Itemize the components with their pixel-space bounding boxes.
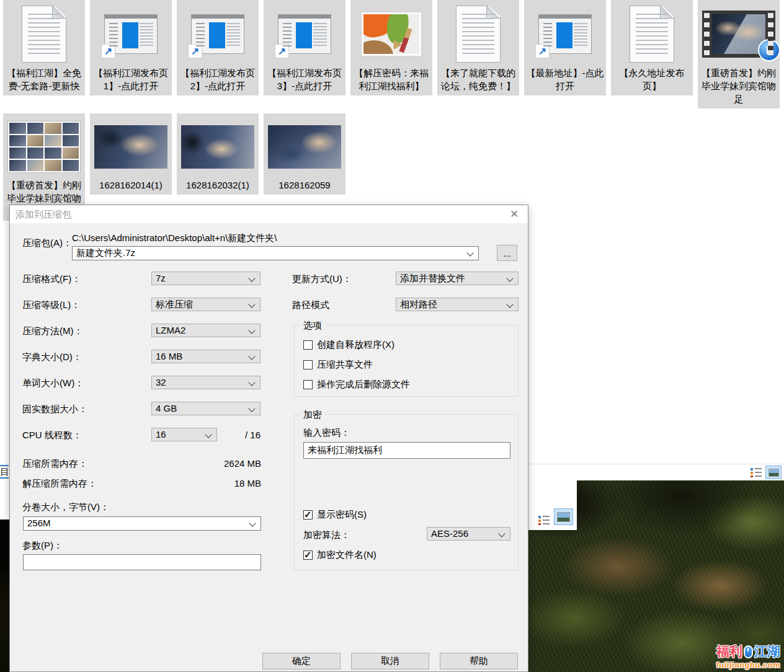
video-contact-sheet-icon [7, 117, 81, 177]
archive-path: C:\Users\Administrator\Desktop\alt+n\新建文… [72, 232, 277, 244]
cpu-threads-max: / 16 [227, 430, 261, 440]
archive-name-combobox[interactable]: 新建文件夹.7z [72, 246, 479, 260]
explorer-statusbar-corner [528, 480, 577, 530]
compress-shared-checkbox-row[interactable]: 压缩共享文件 [303, 359, 373, 371]
dialog-titlebar[interactable]: 添加到压缩包 ✕ [10, 205, 528, 223]
photo-thumbnail [94, 117, 167, 177]
shortcut-arrow-icon: ↗ [275, 44, 289, 58]
solid-size-combobox[interactable]: 4 GB [151, 402, 261, 415]
shortcut-arrow-icon: ↗ [101, 44, 115, 58]
memory-compress-label: 压缩所需内存： [22, 458, 87, 470]
play-overlay-icon [758, 39, 780, 61]
level-combobox[interactable]: 标准压缩 [151, 298, 261, 311]
icon-label: 【重磅首发】约刚毕业学妹到宾馆吻足 [700, 66, 778, 105]
compress-shared-checkbox[interactable] [303, 360, 313, 369]
watermark-text-left: 福利 [716, 643, 742, 660]
desktop-icon-text-file[interactable]: 【来了就能下载的论坛，纯免费！】 [437, 0, 519, 95]
create-sfx-checkbox[interactable] [303, 340, 313, 350]
desktop-icon-photo[interactable]: 1628162014(1) [90, 113, 172, 195]
compress-shared-label: 压缩共享文件 [317, 359, 373, 371]
desktop-icon-text-file[interactable]: 【福利江湖】全免费-无套路-更新快 [3, 0, 85, 95]
text-file-icon [630, 4, 674, 64]
update-mode-combobox[interactable]: 添加并替换文件 [396, 272, 519, 285]
encrypt-filenames-label: 加密文件名(N) [317, 549, 376, 561]
encryption-group-title: 加密 [300, 409, 325, 421]
password-input[interactable]: 来福利江湖找福利 [303, 442, 510, 459]
cancel-button[interactable]: 取消 [351, 653, 429, 670]
watermark-url: fulijianghu.com [716, 660, 780, 670]
show-password-checkbox-row[interactable]: 显示密码(S) [303, 509, 367, 521]
shortcut-arrow-icon: ↗ [535, 44, 550, 58]
desktop-icon-internet-shortcut[interactable]: ↗ 【福利江湖发布页2】-点此打开 [177, 0, 259, 95]
volume-size-label: 分卷大小，字节(V)： [22, 502, 109, 513]
level-label: 压缩等级(L)： [22, 299, 80, 311]
encryption-method-label: 加密算法： [303, 529, 350, 541]
volume-size-combobox[interactable]: 256M [23, 516, 261, 531]
dialog-title: 添加到压缩包 [16, 209, 71, 221]
image-file-icon [361, 4, 422, 64]
word-size-combobox[interactable]: 32 [151, 376, 261, 389]
dictionary-combobox[interactable]: 16 MB [151, 350, 261, 363]
mouse-logo-icon [744, 645, 753, 658]
icon-label: 1628162059 [278, 179, 330, 192]
ok-button[interactable]: 确定 [262, 653, 341, 670]
encrypt-filenames-checkbox[interactable] [303, 550, 313, 560]
encryption-method-combobox[interactable]: AES-256 [427, 527, 510, 541]
options-group: 选项 创建自释放程序(X) 压缩共享文件 操作完成后删除源文件 [294, 325, 519, 397]
shortcut-arrow-icon: ↗ [188, 44, 202, 58]
grass-photo-edge [0, 519, 9, 672]
show-password-label: 显示密码(S) [317, 509, 367, 521]
icon-label: 【永久地址发布页】 [613, 66, 691, 92]
desktop-icon-internet-shortcut[interactable]: ↗ 【福利江湖发布页3】-点此打开 [264, 0, 345, 95]
options-group-title: 选项 [300, 320, 325, 332]
internet-shortcut-icon: ↗ [104, 4, 158, 64]
delete-after-checkbox-row[interactable]: 操作完成后删除源文件 [303, 379, 410, 391]
details-view-icon[interactable] [538, 515, 550, 525]
internet-shortcut-icon: ↗ [191, 4, 244, 64]
cpu-threads-combobox[interactable]: 16 [151, 428, 217, 441]
method-combobox[interactable]: LZMA2 [151, 324, 261, 337]
help-button[interactable]: 帮助 [440, 653, 518, 670]
memory-decompress-value: 18 MB [168, 478, 261, 489]
icon-label: 【最新地址】-点此打开 [526, 66, 604, 92]
desktop-icon-photo[interactable]: 1628162032(1) [177, 113, 259, 195]
path-mode-combobox[interactable]: 相对路径 [396, 298, 519, 311]
delete-after-checkbox[interactable] [303, 380, 313, 389]
details-view-icon[interactable] [751, 467, 762, 477]
delete-after-label: 操作完成后删除源文件 [317, 379, 410, 391]
video-file-icon [702, 4, 775, 64]
icon-label: 【福利江湖】全免费-无套路-更新快 [5, 66, 83, 92]
explorer-statusbar [528, 464, 784, 480]
icon-label: 【福利江湖发布页1】-点此打开 [92, 66, 170, 92]
encrypt-filenames-checkbox-row[interactable]: 加密文件名(N) [303, 549, 376, 561]
desktop-icon-photo[interactable]: 1628162059 [264, 113, 345, 195]
items-count-fragment: 目 [0, 465, 9, 479]
create-sfx-label: 创建自释放程序(X) [317, 339, 394, 351]
show-password-checkbox[interactable] [303, 510, 313, 519]
parameters-label: 参数(P)： [22, 540, 63, 552]
large-icons-view-icon[interactable] [554, 508, 573, 525]
desktop-icon-internet-shortcut[interactable]: ↗ 【福利江湖发布页1】-点此打开 [90, 0, 172, 95]
desktop-icon-text-file[interactable]: 【永久地址发布页】 [611, 0, 693, 95]
dictionary-label: 字典大小(D)： [22, 351, 82, 363]
password-label: 输入密码： [303, 427, 350, 439]
format-combobox[interactable]: 7z [151, 272, 261, 285]
close-icon[interactable]: ✕ [504, 206, 524, 221]
desktop-icon-image-file[interactable]: 【解压密码：来福利江湖找福利】 [350, 0, 432, 95]
cpu-threads-label: CPU 线程数： [22, 430, 82, 441]
desktop-icon-internet-shortcut[interactable]: ↗ 【最新地址】-点此打开 [524, 0, 606, 95]
browse-button[interactable]: ... [497, 245, 517, 261]
memory-compress-value: 2624 MB [168, 458, 261, 469]
photo-thumbnail [181, 117, 254, 177]
word-size-label: 单词大小(W)： [22, 378, 84, 389]
large-icons-view-icon[interactable] [765, 466, 782, 479]
text-file-icon [456, 4, 501, 64]
desktop-icon-video-file[interactable]: 【重磅首发】约刚毕业学妹到宾馆吻足 [698, 0, 780, 108]
encryption-group: 加密 输入密码： 来福利江湖找福利 显示密码(S) 加密算法： AES-256 … [294, 414, 519, 570]
parameters-input[interactable] [23, 554, 261, 570]
create-sfx-checkbox-row[interactable]: 创建自释放程序(X) [303, 339, 394, 351]
internet-shortcut-icon: ↗ [538, 4, 592, 64]
watermark-text-right: 江湖 [754, 643, 780, 660]
icon-label: 【来了就能下载的论坛，纯免费！】 [439, 66, 517, 92]
icon-label: 【福利江湖发布页3】-点此打开 [265, 66, 344, 92]
